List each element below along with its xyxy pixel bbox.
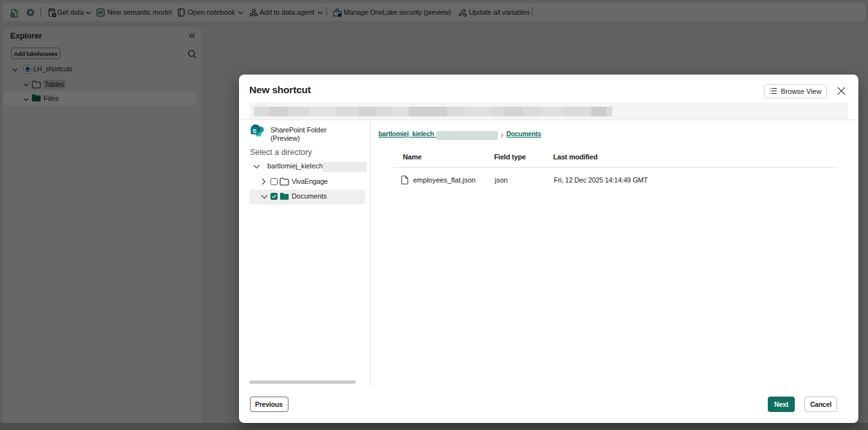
svg-text:S: S (252, 127, 256, 134)
